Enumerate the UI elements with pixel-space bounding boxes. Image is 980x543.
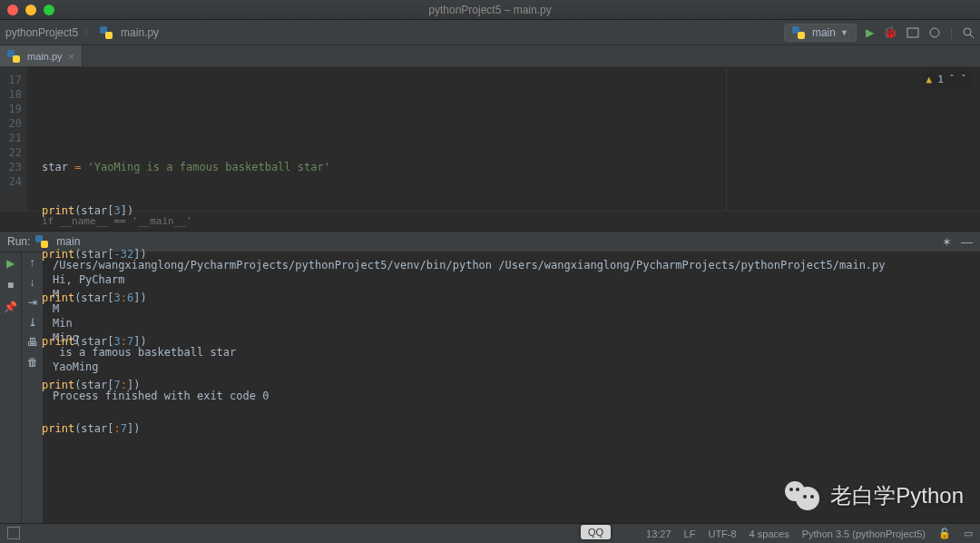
editor-tabs: main.py × [0,45,980,67]
python-icon [35,235,48,248]
breadcrumb-sep: 〉 [83,25,94,40]
readonly-icon[interactable]: 🔓 [938,528,951,539]
rerun-button[interactable]: ▶ [4,256,18,271]
editor-tab-main[interactable]: main.py × [0,45,83,66]
caret-pos[interactable]: 13:27 [646,528,671,539]
encoding[interactable]: UTF-8 [708,528,736,539]
soft-wrap-button[interactable]: ⇥ [28,296,37,309]
line-gutter: 17 18 19 20 21 22 23 24 [0,67,27,211]
warning-icon: ▲ [926,73,933,87]
main-toolbar: pythonProject5 〉 main.py main ▼ ▶ 🐞 | [0,20,980,45]
print-button[interactable]: 🖶 [27,336,38,349]
profile-button[interactable] [928,26,941,39]
watermark: 老白学Python [785,481,964,510]
python-icon [792,26,805,39]
breadcrumb-project[interactable]: pythonProject5 [5,26,78,39]
run-config-label: main [812,26,836,39]
breadcrumb-file[interactable]: main.py [121,26,159,39]
debug-button[interactable]: 🐞 [883,25,897,39]
dock-tooltip: QQ [581,525,611,539]
code-editor[interactable]: 17 18 19 20 21 22 23 24 star = 'YaoMing … [0,67,980,211]
code-area[interactable]: star = 'YaoMing is a famous basketball s… [27,67,980,211]
pin-tab-button[interactable]: 📌 [4,300,18,314]
indent[interactable]: 4 spaces [750,528,789,539]
svg-rect-0 [907,28,918,37]
right-margin [726,67,727,211]
run-toolbar-left2: ↑ ↓ ⇥ ⤓ 🖶 🗑 [22,252,44,534]
inspections-widget[interactable]: ▲ 1 ˆ ˇ [922,71,972,89]
stop-button[interactable]: ■ [4,278,18,292]
breadcrumb[interactable]: pythonProject5 〉 main.py [5,25,159,40]
warning-count: 1 [937,73,944,87]
down-stack-button[interactable]: ↓ [30,276,35,289]
line-sep[interactable]: LF [684,528,696,539]
scroll-end-button[interactable]: ⤓ [28,316,37,329]
notification-icon[interactable]: ▭ [964,528,973,539]
nav-down-icon[interactable]: ˇ [960,73,966,87]
interpreter[interactable]: Python 3.5 (pythonProject5) [802,528,926,539]
clear-button[interactable]: 🗑 [27,356,38,369]
svg-point-2 [964,28,971,35]
run-config-selector[interactable]: main ▼ [784,24,857,42]
divider: | [950,26,953,39]
python-file-icon [7,50,20,63]
nav-up-icon[interactable]: ˆ [949,73,956,87]
wechat-icon [785,481,821,510]
run-label: Run: [7,235,30,248]
tab-label: main.py [27,51,63,62]
python-file-icon [100,26,113,39]
run-button[interactable]: ▶ [866,26,874,39]
up-stack-button[interactable]: ↑ [30,256,35,269]
macos-titlebar: pythonProject5 – main.py [0,0,980,20]
run-coverage-button[interactable] [906,26,919,39]
svg-line-3 [970,35,974,38]
status-bar: 13:27 LF UTF-8 4 spaces Python 3.5 (pyth… [0,523,980,543]
close-icon[interactable]: × [69,51,74,62]
watermark-text: 老白学Python [830,481,964,510]
run-toolbar-left: ▶ ■ 📌 [0,252,22,534]
chevron-down-icon: ▼ [840,28,848,37]
window-title: pythonProject5 – main.py [0,4,980,16]
tool-windows-icon[interactable] [7,527,20,539]
svg-point-1 [930,28,939,37]
search-everywhere-button[interactable] [962,26,975,39]
